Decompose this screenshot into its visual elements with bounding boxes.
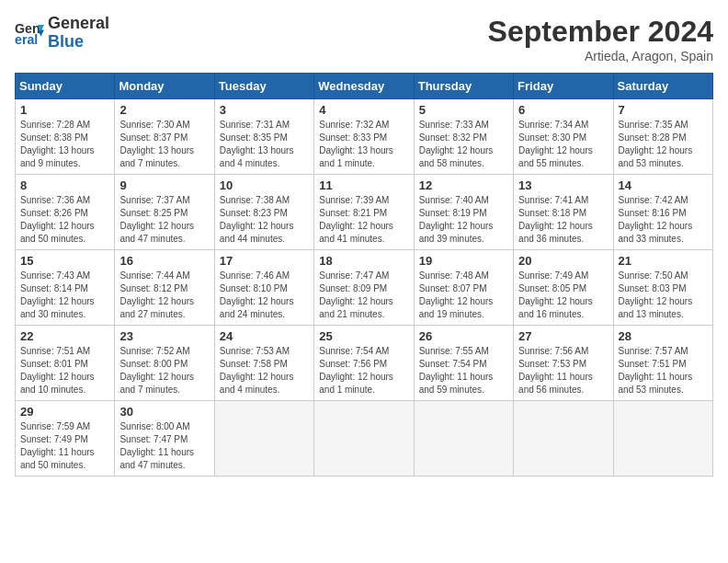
- logo-text-block: General Blue: [48, 15, 109, 52]
- calendar-cell-day-18: 18Sunrise: 7:47 AM Sunset: 8:09 PM Dayli…: [314, 250, 414, 326]
- day-info: Sunrise: 7:35 AM Sunset: 8:28 PM Dayligh…: [619, 119, 708, 170]
- calendar-cell-day-24: 24Sunrise: 7:53 AM Sunset: 7:58 PM Dayli…: [214, 326, 313, 401]
- day-info: Sunrise: 7:48 AM Sunset: 8:07 PM Dayligh…: [419, 270, 508, 321]
- header: Gen eral General Blue September 2024 Art…: [15, 15, 713, 63]
- empty-cell: [514, 401, 613, 477]
- calendar-cell-day-22: 22Sunrise: 7:51 AM Sunset: 8:01 PM Dayli…: [16, 326, 115, 401]
- calendar-cell-day-10: 10Sunrise: 7:38 AM Sunset: 8:23 PM Dayli…: [214, 175, 313, 250]
- calendar-cell-day-1: 1Sunrise: 7:28 AM Sunset: 8:38 PM Daylig…: [16, 99, 115, 175]
- day-number: 23: [119, 329, 209, 343]
- day-info: Sunrise: 7:30 AM Sunset: 8:37 PM Dayligh…: [119, 119, 209, 170]
- calendar-header-row: SundayMondayTuesdayWednesdayThursdayFrid…: [16, 74, 713, 99]
- day-number: 7: [619, 103, 708, 117]
- day-number: 13: [518, 178, 608, 192]
- calendar-cell-day-28: 28Sunrise: 7:57 AM Sunset: 7:51 PM Dayli…: [613, 326, 712, 401]
- day-number: 8: [20, 178, 109, 192]
- day-number: 24: [220, 329, 309, 343]
- day-info: Sunrise: 7:31 AM Sunset: 8:35 PM Dayligh…: [220, 119, 309, 170]
- day-info: Sunrise: 7:47 AM Sunset: 8:09 PM Dayligh…: [319, 270, 408, 321]
- month-title: September 2024: [488, 15, 713, 49]
- day-info: Sunrise: 7:56 AM Sunset: 7:53 PM Dayligh…: [518, 345, 608, 396]
- day-number: 20: [518, 254, 608, 268]
- calendar-cell-day-2: 2Sunrise: 7:30 AM Sunset: 8:37 PM Daylig…: [115, 99, 214, 175]
- day-info: Sunrise: 7:57 AM Sunset: 7:51 PM Dayligh…: [619, 345, 708, 396]
- calendar-cell-day-12: 12Sunrise: 7:40 AM Sunset: 8:19 PM Dayli…: [414, 175, 513, 250]
- calendar-table: SundayMondayTuesdayWednesdayThursdayFrid…: [15, 73, 713, 477]
- day-number: 1: [20, 103, 109, 117]
- day-number: 30: [119, 405, 209, 419]
- calendar-cell-day-7: 7Sunrise: 7:35 AM Sunset: 8:28 PM Daylig…: [613, 99, 712, 175]
- calendar-header-friday: Friday: [514, 74, 613, 99]
- day-info: Sunrise: 7:28 AM Sunset: 8:38 PM Dayligh…: [20, 119, 109, 170]
- calendar-header-sunday: Sunday: [16, 74, 115, 99]
- svg-text:eral: eral: [15, 32, 38, 47]
- calendar-cell-day-15: 15Sunrise: 7:43 AM Sunset: 8:14 PM Dayli…: [16, 250, 115, 326]
- location-subtitle: Artieda, Aragon, Spain: [488, 49, 713, 63]
- title-area: September 2024 Artieda, Aragon, Spain: [488, 15, 713, 63]
- calendar-cell-day-25: 25Sunrise: 7:54 AM Sunset: 7:56 PM Dayli…: [314, 326, 414, 401]
- calendar-cell-day-14: 14Sunrise: 7:42 AM Sunset: 8:16 PM Dayli…: [613, 175, 712, 250]
- empty-cell: [314, 401, 414, 477]
- day-number: 4: [319, 103, 408, 117]
- calendar-cell-day-11: 11Sunrise: 7:39 AM Sunset: 8:21 PM Dayli…: [314, 175, 414, 250]
- logo-line1: General: [48, 15, 109, 33]
- day-info: Sunrise: 7:32 AM Sunset: 8:33 PM Dayligh…: [319, 119, 408, 170]
- day-number: 25: [319, 329, 408, 343]
- calendar-week-4: 22Sunrise: 7:51 AM Sunset: 8:01 PM Dayli…: [16, 326, 713, 401]
- day-info: Sunrise: 7:39 AM Sunset: 8:21 PM Dayligh…: [319, 194, 408, 246]
- day-number: 28: [619, 329, 708, 343]
- day-info: Sunrise: 7:37 AM Sunset: 8:25 PM Dayligh…: [119, 194, 209, 246]
- day-number: 14: [619, 178, 708, 192]
- day-info: Sunrise: 7:42 AM Sunset: 8:16 PM Dayligh…: [619, 194, 708, 246]
- calendar-cell-day-9: 9Sunrise: 7:37 AM Sunset: 8:25 PM Daylig…: [115, 175, 214, 250]
- day-info: Sunrise: 7:53 AM Sunset: 7:58 PM Dayligh…: [220, 345, 309, 396]
- day-number: 16: [119, 254, 209, 268]
- empty-cell: [613, 401, 712, 477]
- calendar-cell-day-30: 30Sunrise: 8:00 AM Sunset: 7:47 PM Dayli…: [115, 401, 214, 477]
- calendar-week-2: 8Sunrise: 7:36 AM Sunset: 8:26 PM Daylig…: [16, 175, 713, 250]
- empty-cell: [214, 401, 313, 477]
- day-number: 15: [20, 254, 109, 268]
- day-info: Sunrise: 7:50 AM Sunset: 8:03 PM Dayligh…: [619, 270, 708, 321]
- calendar-body: 1Sunrise: 7:28 AM Sunset: 8:38 PM Daylig…: [16, 99, 713, 477]
- calendar-cell-day-4: 4Sunrise: 7:32 AM Sunset: 8:33 PM Daylig…: [314, 99, 414, 175]
- day-info: Sunrise: 7:54 AM Sunset: 7:56 PM Dayligh…: [319, 345, 408, 396]
- day-info: Sunrise: 7:43 AM Sunset: 8:14 PM Dayligh…: [20, 270, 109, 321]
- day-number: 18: [319, 254, 408, 268]
- day-number: 26: [419, 329, 508, 343]
- day-number: 11: [319, 178, 408, 192]
- calendar-cell-day-26: 26Sunrise: 7:55 AM Sunset: 7:54 PM Dayli…: [414, 326, 513, 401]
- day-number: 22: [20, 329, 109, 343]
- calendar-cell-day-27: 27Sunrise: 7:56 AM Sunset: 7:53 PM Dayli…: [514, 326, 613, 401]
- day-number: 6: [518, 103, 608, 117]
- calendar-cell-day-13: 13Sunrise: 7:41 AM Sunset: 8:18 PM Dayli…: [514, 175, 613, 250]
- calendar-cell-day-5: 5Sunrise: 7:33 AM Sunset: 8:32 PM Daylig…: [414, 99, 513, 175]
- calendar-week-5: 29Sunrise: 7:59 AM Sunset: 7:49 PM Dayli…: [16, 401, 713, 477]
- day-number: 5: [419, 103, 508, 117]
- day-number: 2: [119, 103, 209, 117]
- calendar-cell-day-23: 23Sunrise: 7:52 AM Sunset: 8:00 PM Dayli…: [115, 326, 214, 401]
- logo-line2: Blue: [48, 33, 109, 52]
- day-info: Sunrise: 7:36 AM Sunset: 8:26 PM Dayligh…: [20, 194, 109, 246]
- calendar-cell-day-21: 21Sunrise: 7:50 AM Sunset: 8:03 PM Dayli…: [613, 250, 712, 326]
- calendar-cell-day-3: 3Sunrise: 7:31 AM Sunset: 8:35 PM Daylig…: [214, 99, 313, 175]
- logo: Gen eral General Blue: [15, 15, 109, 52]
- day-number: 19: [419, 254, 508, 268]
- day-number: 21: [619, 254, 708, 268]
- empty-cell: [414, 401, 513, 477]
- day-info: Sunrise: 7:55 AM Sunset: 7:54 PM Dayligh…: [419, 345, 508, 396]
- day-info: Sunrise: 7:49 AM Sunset: 8:05 PM Dayligh…: [518, 270, 608, 321]
- calendar-header-saturday: Saturday: [613, 74, 712, 99]
- calendar-cell-day-8: 8Sunrise: 7:36 AM Sunset: 8:26 PM Daylig…: [16, 175, 115, 250]
- day-info: Sunrise: 7:44 AM Sunset: 8:12 PM Dayligh…: [119, 270, 209, 321]
- calendar-week-1: 1Sunrise: 7:28 AM Sunset: 8:38 PM Daylig…: [16, 99, 713, 175]
- calendar-cell-day-16: 16Sunrise: 7:44 AM Sunset: 8:12 PM Dayli…: [115, 250, 214, 326]
- calendar-header-monday: Monday: [115, 74, 214, 99]
- day-number: 10: [220, 178, 309, 192]
- day-number: 27: [518, 329, 608, 343]
- calendar-header-wednesday: Wednesday: [314, 74, 414, 99]
- day-info: Sunrise: 7:34 AM Sunset: 8:30 PM Dayligh…: [518, 119, 608, 170]
- calendar-cell-day-19: 19Sunrise: 7:48 AM Sunset: 8:07 PM Dayli…: [414, 250, 513, 326]
- calendar-header-tuesday: Tuesday: [214, 74, 313, 99]
- calendar-cell-day-29: 29Sunrise: 7:59 AM Sunset: 7:49 PM Dayli…: [16, 401, 115, 477]
